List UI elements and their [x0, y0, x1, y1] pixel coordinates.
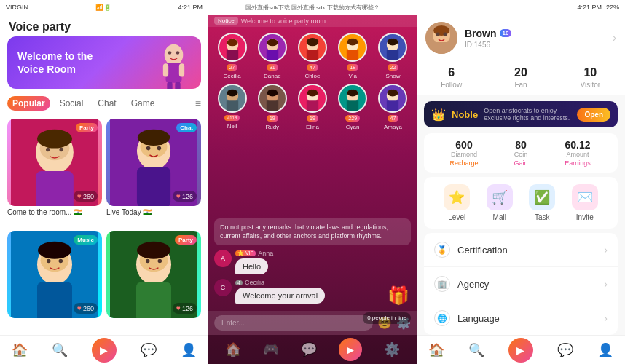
- p3-nav-search[interactable]: 🔍: [468, 342, 484, 358]
- panel1-header: Voice party: [0, 15, 208, 36]
- p2-settings-icon[interactable]: ⚙️: [384, 341, 400, 357]
- menu-agency[interactable]: 🏢 Agency ›: [424, 267, 618, 301]
- nav-chat[interactable]: 💬: [141, 342, 157, 358]
- room-card-1[interactable]: Party ♥ 260: [7, 119, 102, 206]
- online-badge: 0 people in line: [363, 312, 411, 324]
- p3-nav-home[interactable]: 🏠: [428, 342, 444, 358]
- avatar-cecilia: [218, 33, 247, 62]
- profile-id: ID:1456: [465, 41, 605, 49]
- p3-nav-chat[interactable]: 💬: [557, 342, 573, 358]
- p2-chat-icon[interactable]: 💬: [301, 341, 317, 357]
- noble-open-button[interactable]: Open: [577, 108, 610, 122]
- avatar-name-rudy: Rudy: [265, 124, 279, 130]
- recharge-button[interactable]: Recharge: [436, 159, 492, 167]
- battery-right: 22%: [606, 4, 619, 11]
- svg-point-33: [146, 259, 150, 264]
- svg-point-12: [46, 148, 50, 152]
- menu-mall[interactable]: 🛒 Mall: [479, 184, 522, 221]
- svg-rect-47: [307, 50, 318, 60]
- avatar-slot-elina[interactable]: 19 Elina: [294, 84, 330, 130]
- room-badge-4: Party: [175, 235, 197, 245]
- profile-arrow-icon[interactable]: ›: [613, 31, 616, 44]
- earnings-button[interactable]: Earnings: [549, 159, 606, 167]
- tab-social[interactable]: Social: [55, 96, 89, 111]
- avatar-slot-via[interactable]: 18 Via: [335, 33, 371, 79]
- gain-button[interactable]: Gain: [492, 159, 549, 167]
- menu-task[interactable]: ✅ Task: [521, 184, 564, 221]
- agency-icon: 🏢: [434, 276, 450, 292]
- svg-rect-43: [267, 50, 278, 60]
- wallet-diamond: 600 Diamond Recharge: [436, 139, 492, 167]
- wallet-coin: 80 Coin Gain: [492, 139, 549, 167]
- menu-invite[interactable]: ✉️ Invite: [564, 184, 607, 221]
- menu-language[interactable]: 🌐 Language ›: [424, 301, 618, 335]
- nav-search[interactable]: 🔍: [52, 342, 68, 358]
- room-card-4[interactable]: Party ♥ 126: [106, 231, 201, 318]
- svg-rect-71: [347, 100, 358, 111]
- room-card-wrapper-2: Chat ♥ 126: [106, 119, 201, 226]
- menu-level[interactable]: ⭐ Level: [436, 184, 479, 221]
- chat-body-cecilia: 4 Cecilia Welcome your arrival: [235, 279, 411, 304]
- room-card-2[interactable]: Chat ♥ 126: [106, 119, 201, 206]
- crown-icon: 👑: [431, 108, 446, 122]
- avatar-slot-chloe[interactable]: 47 Chloe: [294, 33, 330, 79]
- avatar-snow: [378, 33, 407, 62]
- list-menu: 🏅 Certification › 🏢 Agency › 🌐 Language …: [424, 233, 618, 335]
- language-arrow: ›: [604, 312, 608, 324]
- status-bar-right: 4:21 PM 22%: [417, 0, 625, 15]
- avatar-slot-snow[interactable]: 22 Snow: [375, 33, 411, 79]
- menu-certification[interactable]: 🏅 Certification ›: [424, 233, 618, 267]
- menu-icons-row: ⭐ Level 🛒 Mall ✅ Task ✉️ Invite: [424, 177, 618, 229]
- svg-rect-63: [267, 100, 278, 111]
- tab-chat[interactable]: Chat: [93, 96, 121, 111]
- p3-nav-profile[interactable]: 👤: [597, 342, 613, 358]
- status-bar-left: VIRGIN 📶🔋 4:21 PM: [0, 0, 208, 15]
- time-left: 4:21 PM: [178, 4, 203, 11]
- tab-popular[interactable]: Popular: [7, 96, 50, 111]
- avatar-slot-cecilia[interactable]: 27 Cecilia: [214, 33, 250, 79]
- noble-bar: 👑 Noble Open aristocrats to enjoy exclus…: [424, 101, 618, 127]
- profile-name: Brown 10: [465, 28, 605, 39]
- svg-rect-24: [37, 282, 72, 318]
- tab-game[interactable]: Game: [126, 96, 160, 111]
- avatar-level-elina: 19: [307, 115, 318, 122]
- tabs-menu-icon[interactable]: ≡: [195, 98, 201, 109]
- svg-point-38: [227, 39, 237, 47]
- banner-figure: [154, 41, 194, 89]
- avatar-slot-amaya[interactable]: 47 Amaya: [375, 84, 411, 130]
- p3-nav-add[interactable]: ▶: [508, 338, 533, 363]
- nav-profile[interactable]: 👤: [181, 342, 197, 358]
- room-card-3[interactable]: Music ♥ 260: [7, 231, 102, 318]
- svg-point-78: [433, 25, 449, 36]
- avatar-level-danae: 31: [267, 64, 278, 71]
- avatars-grid: 27 Cecilia 31 Danae 47 Chloe: [208, 27, 417, 136]
- treasure-box[interactable]: 🎁: [388, 285, 409, 306]
- marquee-text: 国外直播sdk下载 国外直播 sdk 下载的方式有哪些？: [245, 4, 380, 12]
- chat-input[interactable]: [214, 315, 373, 331]
- nav-home[interactable]: 🏠: [12, 342, 28, 358]
- notice-bar: Notice Welcome to voice party room: [208, 15, 417, 27]
- banner-line2: Voice Room: [17, 63, 93, 76]
- nav-add-button[interactable]: ▶: [92, 338, 117, 363]
- panel-profile: Brown 10 ID:1456 › 6 Follow 20 Fan 10 Vi…: [417, 15, 625, 364]
- svg-point-66: [307, 90, 318, 97]
- room-card-wrapper-4: Party ♥ 126: [106, 231, 201, 331]
- invite-icon: ✉️: [572, 184, 598, 210]
- avatar-slot-cyan[interactable]: 229 Cyan: [335, 84, 371, 130]
- svg-point-19: [146, 146, 151, 151]
- svg-point-34: [158, 259, 162, 264]
- profile-stats: 6 Follow 20 Fan 10 Visitor: [417, 60, 625, 95]
- svg-rect-51: [347, 50, 358, 60]
- p2-play-button[interactable]: ▶: [339, 338, 362, 361]
- stat-visitor: 10 Visitor: [556, 66, 625, 89]
- avatar-slot-rudy[interactable]: 19 Rudy: [254, 84, 290, 130]
- carrier-left: VIRGIN: [6, 4, 28, 11]
- p2-game-icon[interactable]: 🎮: [263, 341, 279, 357]
- p2-home-icon[interactable]: 🏠: [225, 341, 241, 357]
- avatar-name-cyan: Cyan: [346, 124, 360, 130]
- avatar-slot-neil[interactable]: 4118 Neil: [214, 84, 250, 130]
- voice-room-banner[interactable]: Welcome to the Voice Room: [7, 36, 201, 89]
- room-title-3: [7, 318, 102, 320]
- avatar-slot-danae[interactable]: 31 Danae: [254, 33, 290, 79]
- svg-point-13: [59, 148, 63, 152]
